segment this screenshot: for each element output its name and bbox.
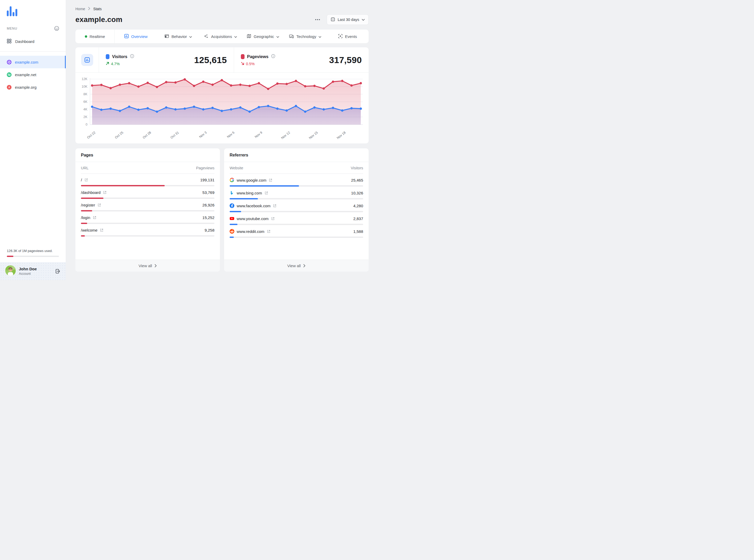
example-com-favicon bbox=[7, 60, 12, 64]
external-link-icon[interactable] bbox=[267, 229, 270, 234]
page-link[interactable]: /register bbox=[81, 203, 95, 207]
sidebar-divider bbox=[0, 51, 66, 52]
external-link-icon[interactable] bbox=[93, 215, 96, 220]
tab-technology[interactable]: Technology bbox=[284, 29, 327, 43]
external-link-icon[interactable] bbox=[265, 191, 268, 195]
tab-events[interactable]: Events bbox=[326, 29, 369, 43]
tab-geographic[interactable]: Geographic bbox=[241, 29, 284, 43]
pageviews-label: Pageviews bbox=[247, 55, 269, 59]
sidebar-item-label: example.com bbox=[15, 60, 38, 64]
behavior-layout-icon bbox=[165, 34, 169, 39]
pageviews-change: 0.5% bbox=[246, 62, 255, 66]
support-icon[interactable] bbox=[54, 26, 59, 31]
site-list: example.com example.net bbox=[0, 56, 66, 94]
breadcrumb: Home Stats bbox=[75, 7, 369, 11]
external-link-icon[interactable] bbox=[84, 178, 88, 182]
referrer-link[interactable]: www.google.com bbox=[237, 178, 266, 182]
app-root: MENU Dashboard bbox=[0, 0, 377, 280]
referrer-link[interactable]: www.facebook.com bbox=[237, 204, 270, 208]
logout-icon[interactable] bbox=[55, 268, 60, 274]
stats-row: Visitors 4. bbox=[75, 47, 369, 73]
account-panel[interactable]: John Doe Account bbox=[0, 262, 66, 280]
usage-meter: 126.3K of 1M pageviews used. bbox=[0, 249, 66, 262]
table-row: www.bing.com 10,326 bbox=[224, 186, 369, 199]
trend-chart: 02K4K6K8K10K12KOct 22Oct 25Oct 28Oct 31N… bbox=[75, 73, 369, 143]
dashboard-grid-icon bbox=[7, 39, 12, 44]
sidebar-item-example-net[interactable]: example.net bbox=[0, 68, 66, 81]
sidebar-item-dashboard[interactable]: Dashboard bbox=[0, 35, 66, 47]
external-link-icon[interactable] bbox=[103, 190, 106, 195]
events-scan-icon bbox=[338, 34, 343, 39]
external-link-icon[interactable] bbox=[100, 228, 103, 233]
referrers-col-website: Website bbox=[230, 166, 243, 170]
usage-progressbar bbox=[7, 256, 59, 257]
breadcrumb-home-link[interactable]: Home bbox=[75, 7, 85, 11]
referrer-link[interactable]: www.bing.com bbox=[237, 191, 262, 195]
pages-view-all-button[interactable]: View all bbox=[75, 260, 220, 272]
chevron-right-icon bbox=[303, 264, 306, 267]
svg-text:Nov 18: Nov 18 bbox=[336, 131, 346, 140]
referrer-link[interactable]: www.reddit.com bbox=[237, 229, 265, 234]
tab-overview[interactable]: Overview bbox=[115, 29, 157, 43]
avatar bbox=[5, 265, 16, 277]
external-link-icon[interactable] bbox=[273, 204, 276, 208]
example-org-favicon bbox=[7, 85, 12, 89]
more-options-button[interactable] bbox=[315, 18, 321, 22]
table-row: www.google.com 25,465 bbox=[224, 174, 369, 186]
svg-text:2K: 2K bbox=[83, 115, 88, 119]
row-value: 15,252 bbox=[202, 215, 214, 220]
external-link-icon[interactable] bbox=[97, 203, 101, 207]
page-link[interactable]: /login bbox=[81, 215, 90, 220]
menu-label: MENU bbox=[7, 27, 17, 31]
reddit-favicon bbox=[230, 229, 234, 234]
external-link-icon[interactable] bbox=[269, 178, 272, 182]
menu-header: MENU bbox=[0, 17, 66, 31]
svg-text:6K: 6K bbox=[83, 100, 88, 104]
sidebar-item-example-org[interactable]: example.org bbox=[0, 81, 66, 94]
svg-text:10K: 10K bbox=[82, 85, 88, 88]
svg-text:Oct 31: Oct 31 bbox=[170, 131, 180, 139]
page-link[interactable]: /dashboard bbox=[81, 190, 100, 195]
visitors-value: 125,615 bbox=[194, 55, 227, 65]
table-row: /login 15,252 bbox=[75, 212, 220, 224]
referrers-card-title: Referrers bbox=[224, 148, 369, 162]
bing-favicon bbox=[230, 191, 234, 195]
trend-up-icon bbox=[106, 62, 109, 66]
pageviews-stat: Pageviews 0 bbox=[234, 47, 369, 73]
info-icon[interactable] bbox=[130, 54, 134, 59]
chevron-right-icon bbox=[88, 7, 90, 11]
table-row: www.reddit.com 1,588 bbox=[224, 225, 369, 238]
sidebar-item-example-com[interactable]: example.com bbox=[0, 56, 66, 68]
svg-text:Nov 12: Nov 12 bbox=[281, 131, 291, 140]
tab-behavior[interactable]: Behavior bbox=[157, 29, 199, 43]
visitors-label: Visitors bbox=[112, 55, 127, 59]
trend-down-icon bbox=[241, 62, 244, 66]
user-name: John Doe bbox=[19, 267, 37, 271]
referrers-view-all-button[interactable]: View all bbox=[224, 260, 369, 272]
sidebar-item-label: example.net bbox=[15, 73, 36, 77]
page-link[interactable]: / bbox=[81, 178, 82, 182]
pages-col-url: URL bbox=[81, 166, 89, 170]
svg-text:Nov 9: Nov 9 bbox=[254, 131, 263, 139]
example-net-favicon bbox=[7, 72, 12, 77]
info-icon[interactable] bbox=[271, 54, 275, 59]
row-value: 25,465 bbox=[351, 178, 363, 182]
table-row: www.facebook.com 4,280 bbox=[224, 199, 369, 212]
tab-realtime[interactable]: Realtime bbox=[75, 29, 115, 43]
row-value: 199,131 bbox=[200, 178, 214, 182]
page-link[interactable]: /welcome bbox=[81, 228, 97, 233]
youtube-favicon bbox=[230, 216, 234, 221]
external-link-icon[interactable] bbox=[271, 216, 274, 221]
tab-acquisitions[interactable]: Acquisitions bbox=[199, 29, 241, 43]
chevron-down-icon bbox=[276, 34, 279, 39]
page-title: example.com bbox=[75, 16, 122, 24]
row-value: 10,326 bbox=[351, 191, 363, 195]
tables-row: Pages URL Pageviews / 199,131 / bbox=[75, 148, 369, 272]
svg-text:Nov 15: Nov 15 bbox=[308, 131, 318, 140]
overview-chart-icon bbox=[124, 34, 129, 39]
svg-text:8K: 8K bbox=[83, 93, 88, 96]
date-range-button[interactable]: Last 30 days bbox=[327, 14, 369, 25]
referrer-link[interactable]: www.youtube.com bbox=[237, 216, 269, 221]
sidebar-item-label: Dashboard bbox=[15, 39, 34, 44]
chevron-down-icon bbox=[189, 34, 192, 39]
